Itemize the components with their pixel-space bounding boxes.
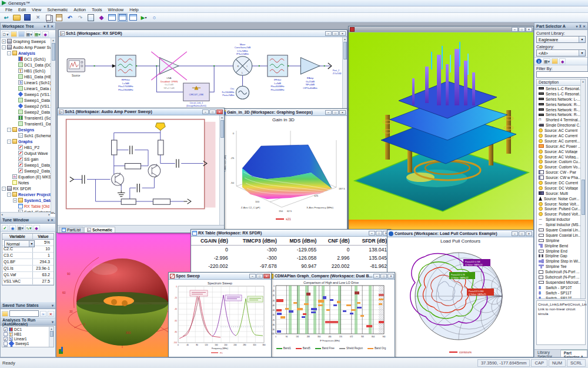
close-icon[interactable]: ✕ (51, 24, 54, 28)
tune-row[interactable]: Q1.Vaf 63.2 (2, 272, 54, 279)
analysis-item[interactable]: Linear1 (2, 336, 54, 341)
open-folder-icon[interactable] (2, 311, 8, 317)
open-folder-icon[interactable] (11, 31, 17, 37)
menu-item[interactable]: View (29, 7, 44, 12)
minimize-button[interactable]: – (512, 231, 518, 236)
panel-menu-icon[interactable]: ▾ (52, 303, 54, 307)
tree-item[interactable]: HB1_Data (HB1) (1, 74, 55, 79)
part-list-item[interactable]: Stripline (537, 238, 585, 243)
panel-menu-icon[interactable]: ▾ (48, 218, 49, 222)
part-list-item[interactable]: Source: Pulsed Cur... (537, 206, 585, 211)
menu-item[interactable]: File (2, 7, 15, 12)
tree-expand-toggle[interactable] (13, 81, 17, 85)
analysis-item[interactable]: HB1 (2, 331, 54, 336)
tree-expand-toggle[interactable] (13, 163, 17, 167)
tree-expand-toggle[interactable] (7, 140, 11, 144)
tree-expand-toggle[interactable] (13, 98, 17, 102)
part-list-item[interactable]: Series Network: R-... (537, 102, 585, 107)
window-cdma-compare[interactable]: CDMAPlan Graph_Compare (Workspace: Dual … (267, 272, 395, 357)
filter-input[interactable] (536, 71, 588, 78)
part-list-item[interactable]: Source: Noise Volt... (537, 201, 585, 207)
analyses-scrollbar[interactable]: ▴ (49, 327, 54, 347)
rx-schematic-canvas[interactable]: Source RFFilter L=3dB Flo=1700MHz Fhi=19… (59, 37, 347, 109)
tree-item[interactable]: Sweep2 (VS1.VAC... (1, 103, 55, 109)
minimize-button[interactable]: – (202, 110, 209, 114)
recalc-icon[interactable]: ◉ (9, 225, 16, 231)
info-icon[interactable]: i (536, 58, 542, 64)
view-mode-icon[interactable]: ▦▾ (543, 58, 550, 64)
window-sch1-audio-amp[interactable]: Sch1 (Workspace: Audio Amp Power Sweep) … (57, 108, 225, 233)
part-list-item[interactable]: Source: AC Power ... (537, 144, 585, 149)
contours-title-bar[interactable]: Contours (Workspace: Load Pull Contours … (387, 230, 533, 237)
maximize-button[interactable]: □ (209, 110, 216, 114)
tree-expand-toggle[interactable] (2, 45, 6, 49)
part-list-item[interactable]: Series L-C Resonat... (537, 91, 585, 97)
table-row[interactable]: -2.996-300-126.0582.996135.045 (191, 254, 390, 262)
close-button[interactable]: × (216, 110, 223, 114)
tree-item[interactable]: Sweep1_Data_VP... (1, 162, 55, 168)
audio-schematic-canvas[interactable]: PartList ▷Schematic ▴ (58, 115, 224, 233)
pin-icon[interactable]: ⊼ (579, 24, 582, 28)
analysis-item[interactable]: Sweep2 (2, 346, 54, 347)
part-list-item[interactable]: Source: AC Current (537, 133, 585, 138)
tune-grid-icon[interactable]: ▦▾ (17, 225, 24, 231)
part-list-item[interactable]: Stripline Bend (537, 243, 585, 248)
tune-row[interactable]: Q1.BF 294.3 (2, 259, 54, 266)
new-item-icon[interactable]: 🗋▾ (2, 31, 9, 37)
tree-expand-toggle[interactable] (13, 75, 17, 79)
part-list-item[interactable]: Series Network: L-... (537, 97, 585, 102)
maximize-button[interactable]: □ (380, 274, 387, 279)
part-list-item[interactable]: Series L-C Resonat... (537, 86, 585, 91)
tree-expand-toggle[interactable] (13, 204, 17, 208)
tree-item[interactable]: Notes (1, 180, 55, 185)
tune-gem-icon[interactable]: ◆ (42, 31, 49, 37)
tune-row[interactable]: C2.C 10 (2, 246, 54, 253)
close-button[interactable]: × (387, 274, 394, 279)
grid-view-icon[interactable]: ▦▾ (26, 31, 33, 37)
part-list-item[interactable]: Source: Noise Curr... (537, 196, 585, 201)
tree-item[interactable]: RX SFDR (1, 185, 55, 191)
maximize-button[interactable]: □ (332, 110, 339, 115)
analysis-checkbox[interactable] (4, 337, 8, 341)
audio-vertical-scrollbar[interactable]: ▴ (219, 115, 224, 225)
table-row[interactable]: 0-300-129.0550138.041 (191, 246, 390, 254)
spec-sweep-title-bar[interactable]: Spec Sweep –□× (169, 273, 271, 280)
cut-icon[interactable] (33, 14, 43, 22)
part-list-item[interactable]: Stripline Step in Wi... (537, 258, 585, 264)
tree-expand-toggle[interactable] (13, 69, 17, 73)
tree-expand-toggle[interactable] (13, 92, 17, 97)
menu-item[interactable]: Tools (89, 7, 105, 12)
tree-item[interactable]: Output Wave (1, 150, 55, 156)
maximize-button[interactable]: □ (256, 274, 263, 279)
window-load-pull-contours[interactable]: Contours (Workspace: Load Pull Contours … (387, 230, 534, 357)
tree-item[interactable]: Analysis (1, 50, 55, 56)
close-button[interactable]: × (526, 27, 532, 32)
tree-item[interactable]: RX Table [Old Da... (1, 203, 55, 209)
tune-row[interactable]: VS1.VAC 27.5 (2, 279, 54, 285)
menu-item[interactable]: Schematic (44, 7, 71, 12)
window-spec-sweep[interactable]: Spec Sweep –□× Spectrum Sweep (168, 272, 272, 357)
part-list-item[interactable]: Square Coaxial Lin... (537, 227, 585, 233)
cdma-title-bar[interactable]: CDMAPlan Graph_Compare (Workspace: Dual … (268, 273, 395, 280)
open-icon[interactable] (12, 14, 22, 22)
tree-item[interactable]: HB1 (Sch1) (1, 68, 55, 74)
description-column-header[interactable]: Description (537, 79, 585, 86)
tune-row[interactable]: Normal 5% (2, 240, 54, 246)
panel-menu-icon[interactable]: ▾ (44, 24, 46, 28)
contours-canvas[interactable]: Load Pull Contours (387, 237, 533, 357)
tree-expand-toggle[interactable] (13, 104, 17, 108)
part-list-scrollbar[interactable]: ▴ (580, 79, 585, 299)
tree-item[interactable]: Linear1 (Sch1)(0 t... (1, 79, 55, 85)
close-button[interactable]: × (263, 274, 270, 279)
part-list-item[interactable]: Switch - SP12T (537, 296, 585, 299)
graph-view-icon[interactable]: ▦▾ (34, 31, 41, 37)
close-button[interactable]: × (339, 31, 346, 36)
part-list-item[interactable]: Suspended Microst... (537, 280, 585, 285)
tree-expand-toggle[interactable] (13, 134, 17, 138)
tree-expand-toggle[interactable] (13, 87, 17, 91)
part-list-item[interactable]: Source: CW - Pwr (537, 170, 585, 175)
tree-expand-toggle[interactable] (13, 122, 17, 126)
close-button[interactable]: × (526, 231, 532, 236)
tree-item[interactable]: Sweep2_Data (Sw... (1, 109, 55, 115)
tree-expand-toggle[interactable] (2, 187, 6, 191)
